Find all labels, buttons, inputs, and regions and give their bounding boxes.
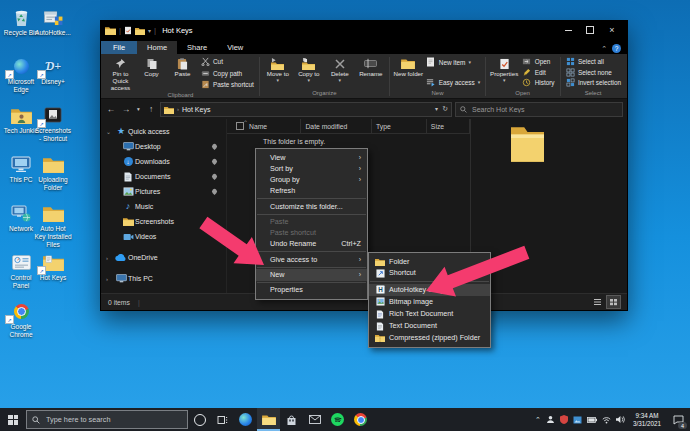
- minimize-ribbon-icon[interactable]: ⌃: [601, 45, 607, 53]
- forward-button[interactable]: →: [120, 104, 132, 114]
- back-button[interactable]: ←: [105, 104, 117, 114]
- ribbon-button-invert-selection[interactable]: Invert selection: [565, 78, 621, 87]
- people-icon[interactable]: [546, 415, 555, 424]
- qat-new-folder-icon[interactable]: [135, 21, 145, 39]
- menu-item-autohotkey-script[interactable]: HAutoHotkey Script: [369, 284, 490, 296]
- ribbon-button-select-none[interactable]: Select none: [565, 68, 621, 77]
- ribbon-button-rename[interactable]: Rename: [355, 55, 386, 89]
- maximize-button[interactable]: [579, 21, 601, 39]
- chevron-down-icon[interactable]: ⌄: [106, 128, 114, 135]
- ribbon-button-open[interactable]: Open: [522, 57, 555, 66]
- ribbon-button-select-all[interactable]: Select all: [565, 57, 621, 66]
- ribbon-button-move-to[interactable]: Move to▾: [262, 55, 293, 89]
- ribbon-button-new-item[interactable]: New item ▾: [426, 57, 480, 67]
- taskbar-spotify[interactable]: [326, 408, 349, 431]
- sidebar-item-screenshots[interactable]: Screenshots: [101, 214, 226, 229]
- qat-customize-caret-icon[interactable]: ▾: [148, 27, 151, 34]
- photos-icon[interactable]: [573, 416, 582, 424]
- taskbar-search[interactable]: [26, 410, 188, 429]
- chevron-right-icon[interactable]: ›: [106, 276, 114, 282]
- up-button[interactable]: ↑: [145, 104, 157, 114]
- taskbar-mail[interactable]: [303, 408, 326, 431]
- ribbon-button-history[interactable]: History: [522, 78, 555, 87]
- tray-expand-icon[interactable]: ⌃: [535, 416, 541, 424]
- sidebar-item-onedrive[interactable]: ›OneDrive: [101, 250, 226, 265]
- desktop-icon-auto-hot-key-installed-files[interactable]: Auto Hot Key Installed Files: [34, 202, 72, 248]
- task-view-button[interactable]: [211, 408, 234, 431]
- sidebar-item-this-pc[interactable]: ›This PC: [101, 271, 226, 286]
- ribbon-button-easy-access[interactable]: Easy access ▾: [426, 78, 480, 87]
- ribbon-button-copy-to[interactable]: Copy to▾: [293, 55, 324, 89]
- start-button[interactable]: [0, 408, 26, 431]
- menu-item-view[interactable]: View›: [256, 152, 367, 163]
- menu-item-compressed-zipped-folder[interactable]: Compressed (zipped) Folder: [369, 332, 490, 343]
- sidebar-item-quick-access[interactable]: ⌄★Quick access: [101, 124, 226, 139]
- ribbon-button-edit[interactable]: Edit: [522, 68, 555, 77]
- address-dropdown-caret-icon[interactable]: ▾: [435, 105, 438, 113]
- column-header-name[interactable]: Name: [227, 119, 301, 133]
- network-icon[interactable]: [602, 416, 611, 424]
- column-header-date-modified[interactable]: Date modified: [301, 119, 372, 133]
- menu-item-text-document[interactable]: Text Document: [369, 320, 490, 332]
- volume-icon[interactable]: [616, 415, 625, 424]
- help-icon[interactable]: ?: [612, 44, 621, 53]
- tab-file[interactable]: File: [101, 41, 137, 54]
- menu-item-shortcut[interactable]: Shortcut: [369, 267, 490, 279]
- menu-item-new[interactable]: New›: [256, 269, 367, 280]
- taskbar-file-explorer[interactable]: [257, 408, 280, 431]
- ribbon-button-delete[interactable]: Delete▾: [324, 55, 355, 89]
- ribbon-button-copy-path[interactable]: Copy path: [200, 69, 254, 78]
- taskbar-clock[interactable]: 9:34 AM 3/31/2021: [630, 412, 664, 426]
- menu-item-folder[interactable]: Folder: [369, 256, 490, 267]
- address-bar[interactable]: › Hot Keys ▾ ↻: [160, 102, 452, 117]
- menu-item-bitmap-image[interactable]: Bitmap image: [369, 296, 490, 308]
- taskbar-store[interactable]: [280, 408, 303, 431]
- minimize-button[interactable]: [557, 21, 579, 39]
- breadcrumb[interactable]: Hot Keys: [182, 106, 210, 113]
- battery-icon[interactable]: [587, 417, 597, 423]
- menu-item-refresh[interactable]: Refresh: [256, 186, 367, 197]
- menu-item-sort-by[interactable]: Sort by›: [256, 163, 367, 174]
- details-view-toggle[interactable]: [607, 296, 620, 308]
- search-input[interactable]: [470, 105, 618, 114]
- desktop-icon-hot-keys[interactable]: ↗Hot Keys: [34, 251, 72, 282]
- sidebar-item-documents[interactable]: Documents: [101, 169, 226, 184]
- action-center-button[interactable]: 4: [669, 408, 687, 431]
- recent-locations-caret-icon[interactable]: ▾: [135, 106, 142, 112]
- tab-view[interactable]: View: [217, 41, 253, 54]
- sidebar-item-videos[interactable]: Videos: [101, 229, 226, 244]
- ribbon-button-paste[interactable]: Paste: [167, 55, 198, 91]
- chevron-right-icon[interactable]: ›: [106, 255, 114, 261]
- ribbon-button-copy[interactable]: Copy: [136, 55, 167, 91]
- sidebar-item-pictures[interactable]: Pictures: [101, 184, 226, 199]
- ribbon-button-paste-shortcut[interactable]: Paste shortcut: [200, 80, 254, 89]
- sidebar-item-downloads[interactable]: ↓Downloads: [101, 154, 226, 169]
- sidebar-item-music[interactable]: ♪Music: [101, 199, 226, 214]
- menu-item-customize-this-folder[interactable]: Customize this folder...: [256, 201, 367, 212]
- menu-item-properties[interactable]: Properties: [256, 285, 367, 296]
- menu-item-undo-rename[interactable]: Undo RenameCtrl+Z: [256, 239, 367, 250]
- tab-share[interactable]: Share: [177, 41, 217, 54]
- close-button[interactable]: ×: [601, 21, 623, 39]
- sidebar-item-desktop[interactable]: Desktop: [101, 139, 226, 154]
- taskbar-edge[interactable]: [234, 408, 257, 431]
- ribbon-button-new-folder[interactable]: New folder: [393, 55, 424, 89]
- ribbon-button-properties[interactable]: Properties▾: [489, 55, 520, 89]
- taskbar-search-input[interactable]: [44, 414, 182, 425]
- cortana-button[interactable]: [188, 408, 211, 431]
- ribbon-button-pin-to-quick-access[interactable]: Pin to Quick access: [105, 55, 136, 91]
- tab-home[interactable]: Home: [137, 41, 177, 54]
- desktop-icon-autohotke[interactable]: AutoHotke...: [34, 6, 72, 37]
- desktop-icon-uploading-folder[interactable]: Uploading Folder: [34, 153, 72, 192]
- menu-item-give-access-to[interactable]: Give access to›: [256, 254, 367, 265]
- qat-properties-icon[interactable]: [124, 21, 132, 39]
- column-header-size[interactable]: Size: [427, 119, 470, 133]
- column-header-type[interactable]: Type: [372, 119, 427, 133]
- antivirus-icon[interactable]: [560, 415, 568, 424]
- desktop-icon-google-chrome[interactable]: ↗Google Chrome: [2, 300, 40, 339]
- ribbon-button-cut[interactable]: Cut: [200, 57, 254, 66]
- taskbar-chrome[interactable]: [349, 408, 372, 431]
- menu-item-rich-text-document[interactable]: Rich Text Document: [369, 308, 490, 320]
- desktop-icon-screenshots-shortcut[interactable]: ↗Screenshots - Shortcut: [34, 104, 72, 143]
- desktop-icon-disney[interactable]: Ɗ+↗Disney+: [34, 55, 72, 86]
